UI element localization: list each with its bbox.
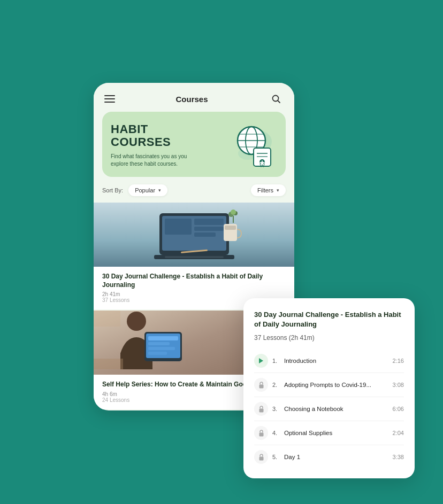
banner-icon: [224, 121, 277, 169]
courses-banner: HABIT COURSES Find what fascinates you a…: [102, 112, 286, 177]
svg-rect-41: [259, 432, 263, 436]
lock-icon-5: [254, 450, 268, 464]
svg-rect-19: [194, 232, 216, 237]
lock-icon-4: [254, 426, 268, 440]
lesson-3-duration: 6:06: [393, 406, 404, 412]
lesson-row-4[interactable]: 4. Optional Supplies 2:04: [254, 421, 404, 445]
lesson-2-name: Adopting Prompts to Covid-19...: [284, 382, 388, 388]
lesson-5-name: Day 1: [284, 454, 388, 460]
svg-rect-21: [165, 256, 224, 258]
lesson-row-3[interactable]: 3. Choosing a Notebook 6:06: [254, 397, 404, 421]
lesson-1-num: 1.: [272, 358, 280, 364]
svg-rect-34: [148, 347, 175, 350]
svg-rect-32: [148, 336, 178, 340]
sort-by-label: Sort By:: [102, 187, 123, 193]
detail-card-title: 30 Day Journal Challenge - Establish a H…: [254, 310, 404, 329]
svg-point-0: [273, 96, 279, 102]
lesson-1-name: Introduction: [284, 358, 388, 364]
svg-rect-37: [94, 359, 123, 369]
sort-filter-row: Sort By: Popular ▾ Filters ▾: [94, 184, 294, 203]
banner-subtitle: Find what fascinates you as you explore …: [111, 153, 194, 168]
svg-rect-33: [148, 342, 170, 345]
sort-dropdown[interactable]: Popular ▾: [128, 184, 167, 196]
filter-chevron-icon: ▾: [277, 188, 279, 193]
lesson-row-1[interactable]: 1. Introduction 2:16: [254, 349, 404, 373]
lesson-5-num: 5.: [272, 454, 280, 460]
svg-rect-40: [259, 408, 263, 412]
sort-chevron-icon: ▾: [158, 188, 161, 193]
lesson-3-name: Choosing a Notebook: [284, 406, 388, 412]
lock-icon-2: [254, 378, 268, 392]
svg-rect-18: [194, 227, 224, 231]
lesson-4-num: 4.: [272, 430, 280, 436]
banner-title: HABIT COURSES: [111, 123, 194, 149]
svg-point-29: [127, 312, 146, 331]
banner-text: HABIT COURSES Find what fascinates you a…: [111, 123, 194, 168]
search-button[interactable]: [269, 91, 284, 106]
svg-rect-36: [94, 311, 120, 327]
svg-rect-39: [259, 384, 263, 388]
svg-marker-38: [259, 358, 263, 363]
lesson-5-duration: 3:38: [393, 454, 404, 460]
svg-rect-35: [148, 352, 167, 355]
lesson-row-5[interactable]: 5. Day 1 3:38: [254, 445, 404, 469]
filters-button[interactable]: Filters ▾: [251, 184, 286, 196]
lesson-3-num: 3.: [272, 406, 280, 412]
hamburger-menu-button[interactable]: [104, 95, 115, 103]
svg-line-1: [278, 101, 280, 103]
course-item-1[interactable]: 30 Day Journal Challenge - Establish a H…: [94, 203, 294, 309]
svg-rect-17: [194, 219, 224, 225]
lesson-4-duration: 2:04: [393, 430, 404, 436]
lesson-4-name: Optional Supplies: [284, 430, 388, 436]
course-1-title: 30 Day Journal Challenge - Establish a H…: [102, 272, 286, 289]
courses-header-title: Courses: [175, 95, 208, 104]
lesson-2-num: 2.: [272, 382, 280, 388]
svg-point-27: [231, 210, 236, 215]
svg-rect-16: [165, 219, 192, 235]
lesson-2-duration: 3:08: [393, 382, 404, 388]
detail-card: 30 Day Journal Challenge - Establish a H…: [243, 298, 415, 478]
lock-icon-3: [254, 402, 268, 416]
detail-lessons-count: 37 Lessons (2h 41m): [254, 334, 404, 342]
svg-rect-23: [225, 226, 236, 230]
course-1-thumbnail: [94, 203, 294, 267]
lesson-row-2[interactable]: 2. Adopting Prompts to Covid-19... 3:08: [254, 373, 404, 397]
courses-card-header: Courses: [94, 83, 294, 112]
svg-rect-42: [259, 456, 263, 460]
play-icon: [254, 354, 268, 368]
lesson-1-duration: 2:16: [393, 358, 404, 364]
course-1-duration: 2h 41m: [102, 291, 286, 297]
